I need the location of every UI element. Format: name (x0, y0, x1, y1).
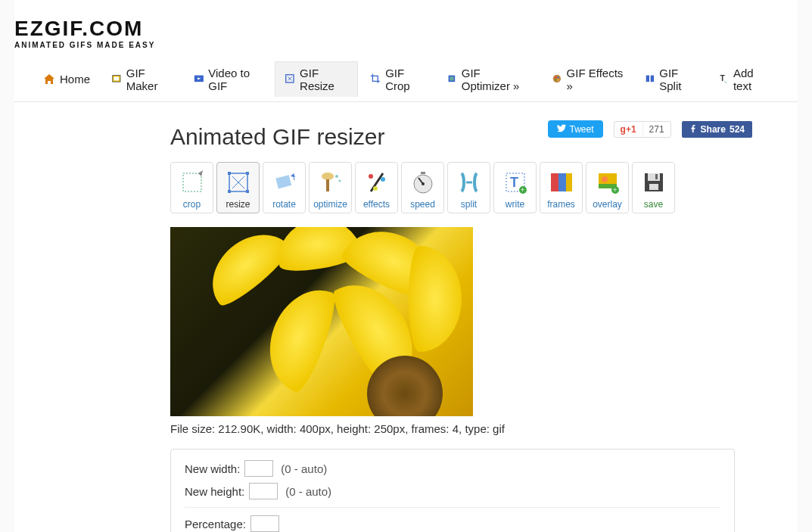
nav-gif-effects[interactable]: GIF Effects » (543, 62, 633, 97)
gplus-label: g+1 (614, 122, 643, 137)
nav-add-text[interactable]: T Add text (709, 62, 778, 97)
height-label: New height: (185, 485, 244, 498)
tool-save[interactable]: save (632, 162, 675, 213)
nav-gif-crop[interactable]: GIF Crop (361, 62, 434, 97)
frames-tool-icon (546, 167, 577, 198)
tool-label: write (506, 199, 524, 210)
svg-point-21 (322, 173, 334, 180)
nav-label: GIF Resize (300, 67, 348, 92)
tool-speed[interactable]: speed (401, 162, 444, 213)
percentage-label: Percentage: (185, 518, 246, 530)
tool-label: effects (363, 199, 390, 210)
file-info: File size: 212.90K, width: 400px, height… (170, 422, 798, 435)
nav-gif-optimizer[interactable]: GIF Optimizer » (437, 62, 540, 97)
tool-label: overlay (593, 199, 622, 210)
svg-rect-22 (326, 179, 329, 191)
tool-write[interactable]: T+ write (493, 162, 537, 213)
svg-text:+: + (521, 186, 524, 194)
svg-rect-44 (648, 173, 660, 181)
svg-rect-19 (246, 190, 249, 193)
gplus-button[interactable]: g+1 271 (614, 121, 671, 138)
form-separator (185, 507, 720, 508)
width-label: New width: (185, 462, 240, 475)
svg-rect-35 (551, 173, 558, 191)
text-icon: T (718, 73, 729, 86)
svg-point-23 (335, 175, 338, 178)
effects-tool-icon (362, 167, 392, 198)
tool-resize[interactable]: resize (216, 162, 260, 213)
nav-label: Add text (733, 67, 769, 92)
facebook-icon (689, 124, 697, 135)
svg-point-10 (557, 79, 558, 80)
tool-rotate[interactable]: rotate (263, 162, 306, 213)
nav-gif-resize[interactable]: GIF Resize (275, 61, 358, 97)
tool-label: speed (410, 199, 435, 210)
tool-effects[interactable]: effects (355, 162, 398, 213)
speed-tool-icon (408, 167, 438, 198)
tool-label: crop (183, 199, 201, 210)
svg-rect-30 (421, 172, 425, 174)
tool-frames[interactable]: frames (540, 162, 583, 213)
tool-label: save (644, 199, 663, 210)
width-input[interactable] (244, 460, 273, 477)
resize-tool-icon (223, 167, 254, 198)
svg-point-7 (555, 76, 556, 78)
svg-rect-14 (183, 173, 201, 191)
nav-label: GIF Crop (385, 67, 425, 92)
tool-split[interactable]: split (447, 162, 490, 213)
site-logo[interactable]: EZGIF.COM ANIMATED GIFS MADE EASY (14, 0, 798, 52)
svg-point-24 (338, 180, 341, 182)
svg-rect-12 (650, 75, 653, 82)
svg-rect-45 (649, 184, 658, 190)
svg-point-39 (602, 176, 608, 182)
tool-toolbar: crop resize rotate optimize effects spee… (170, 162, 798, 213)
split-tool-icon (454, 167, 484, 198)
overlay-tool-icon: + (593, 167, 623, 198)
effects-icon (552, 73, 562, 86)
tool-label: split (461, 199, 477, 210)
video-icon (194, 73, 204, 86)
image-preview (170, 227, 473, 416)
crop-icon (370, 73, 381, 86)
split-icon (645, 73, 655, 86)
crop-tool-icon (177, 167, 207, 198)
fb-share-button[interactable]: Share 524 (682, 121, 752, 138)
svg-point-9 (555, 79, 556, 80)
svg-text:T: T (510, 175, 518, 190)
tool-optimize[interactable]: optimize (309, 162, 352, 213)
nav-label: GIF Optimizer » (462, 67, 530, 92)
tweet-label: Tweet (570, 124, 594, 135)
nav-home[interactable]: Home (34, 68, 99, 90)
nav-label: Video to GIF (208, 67, 263, 92)
tool-crop[interactable]: crop (170, 162, 213, 213)
gplus-count: 271 (643, 122, 670, 137)
twitter-icon (557, 123, 566, 135)
svg-point-8 (557, 76, 558, 78)
tool-overlay[interactable]: + overlay (586, 162, 629, 213)
tweet-button[interactable]: Tweet (548, 120, 603, 138)
resize-icon (285, 73, 295, 86)
svg-point-26 (381, 177, 385, 182)
home-icon (43, 73, 55, 86)
main-nav: Home GIF Maker Video to GIF GIF Resize G… (14, 52, 798, 102)
optimize-icon (446, 73, 457, 86)
percentage-input[interactable] (250, 515, 279, 532)
nav-gif-split[interactable]: GIF Split (636, 62, 707, 97)
svg-rect-11 (646, 75, 649, 82)
logo-subtitle: ANIMATED GIFS MADE EASY (14, 41, 798, 49)
svg-text:+: + (613, 186, 617, 194)
nav-label: GIF Split (659, 67, 697, 92)
svg-point-6 (553, 74, 561, 82)
nav-gif-maker[interactable]: GIF Maker (102, 62, 181, 97)
svg-rect-36 (558, 173, 566, 191)
nav-label: GIF Maker (126, 67, 173, 92)
svg-rect-5 (450, 76, 453, 80)
tool-label: resize (226, 199, 250, 210)
optimize-tool-icon (316, 167, 346, 198)
svg-rect-20 (275, 175, 291, 188)
svg-rect-17 (246, 172, 249, 175)
height-input[interactable] (249, 483, 278, 499)
fb-label: Share (701, 124, 726, 135)
nav-video-to-gif[interactable]: Video to GIF (185, 62, 272, 97)
height-hint: (0 - auto) (285, 485, 331, 498)
